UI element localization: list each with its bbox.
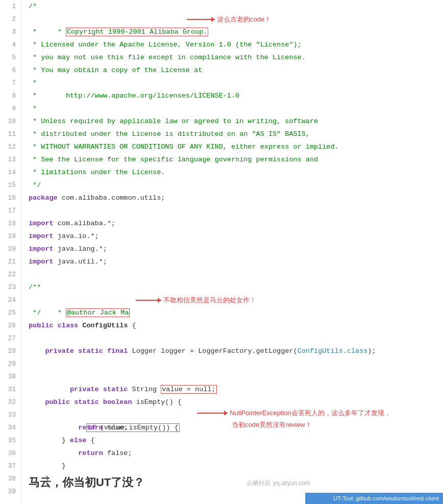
class-name: ConfigUtils xyxy=(82,322,128,329)
keyword-import1: import xyxy=(29,220,54,227)
code-line-29 xyxy=(29,357,443,370)
code-line-4: * Licensed under the Apache License, Ver… xyxy=(29,38,443,51)
keyword-import4: import xyxy=(29,258,54,266)
code-line-23: /** xyxy=(29,281,443,294)
keyword-public: public xyxy=(29,322,54,329)
code-line-34: return true; xyxy=(29,421,443,434)
code-line-21: import java.util.*; xyxy=(29,255,443,268)
code-line-18: import com.alibaba.*; xyxy=(29,217,443,230)
import4: java.util.*; xyxy=(54,258,107,266)
keyword-class: class xyxy=(58,322,79,329)
arrow-line24 xyxy=(136,300,161,301)
package-name: com.alibaba.common.utils; xyxy=(58,194,165,202)
annotation-text-line24: 不敢相信竟然是马云的处女作！ xyxy=(163,294,256,306)
code-line-15: */ xyxy=(29,179,443,191)
import3: java.lang.*; xyxy=(54,245,107,253)
code-line-36: return false; xyxy=(29,447,443,460)
code-line-9: * xyxy=(29,102,443,115)
keyword-import2: import xyxy=(29,232,54,240)
code-line-26: public class ConfigUtils { xyxy=(29,319,443,332)
arrow-line2 xyxy=(187,19,215,20)
bottom-left-text: 马云，你当初UT了没？ xyxy=(29,476,144,489)
import2: java.io.*; xyxy=(54,232,99,240)
code-line-37: } xyxy=(29,460,443,472)
code-line-20: import java.lang.*; xyxy=(29,243,443,255)
code-line-27 xyxy=(29,332,443,345)
code-line-11: * distributed under the License is distr… xyxy=(29,128,443,140)
code-line-19: import java.io.*; xyxy=(29,230,443,243)
code-line-31 xyxy=(29,383,443,396)
code-line-6: * You may obtain a copy of the License a… xyxy=(29,64,443,77)
code-line-16: package com.alibaba.common.utils; xyxy=(29,191,443,204)
annotation-text-line2: 这么古老的code！ xyxy=(217,13,271,26)
code-line-1: /* xyxy=(29,0,443,13)
code-line-10: * Unless required by applicable law or a… xyxy=(29,115,443,128)
code-viewer: 1 2 3 4 5 6 7 8 9 10 11 12 13 14 15 16 1… xyxy=(0,0,443,504)
bottom-bar: UT-Tool: github.com/wisdomtool/rest-clie… xyxy=(305,493,443,504)
code-line-12: * WITHOUT WARRANTIES OR CONDITIONS OF AN… xyxy=(29,140,443,153)
arrowhead-line2 xyxy=(211,17,215,22)
code-line-3: * xyxy=(29,26,443,38)
code-line-14: * limitations under the License. xyxy=(29,166,443,179)
code-line-28: private static final Logger logger = Log… xyxy=(29,345,443,357)
annotation-text-line33-1: NullPointerException会害死人的，这么多年了才发现， xyxy=(230,406,391,419)
code-line-35: } else { xyxy=(29,434,443,447)
bottom-bar-text: UT-Tool: github.com/wisdomtool/rest-clie… xyxy=(333,492,439,505)
line-numbers: 1 2 3 4 5 6 7 8 9 10 11 12 13 14 15 16 1… xyxy=(0,0,21,504)
bottom-left-label: 马云，你当初UT了没？ xyxy=(29,476,144,491)
import1: com.alibaba.*; xyxy=(54,220,116,227)
keyword-import3: import xyxy=(29,245,54,253)
code-line-22 xyxy=(29,268,443,281)
arrowhead-line24 xyxy=(158,298,161,303)
code-line-24: * @author Jack Ma 不敢相信竟然是马云的处女作！ xyxy=(29,294,443,306)
annotation-line2: 这么古老的code！ xyxy=(187,13,271,26)
code-line-30: private static String value = null; xyxy=(29,370,443,383)
keyword-package: package xyxy=(29,194,58,202)
code-area: /* * Copyright 1999-2001 Alibaba Group. … xyxy=(21,0,443,504)
code-line-5: * you may not use this file except in co… xyxy=(29,51,443,64)
code-line-25: */ xyxy=(29,306,443,319)
code-line-33: if (value.isEmpty()) { NullPointerExcept… xyxy=(29,409,443,421)
code-line-7: * xyxy=(29,77,443,89)
arrow-line33 xyxy=(197,413,228,414)
annotation-line33-row1: NullPointerException会害死人的，这么多年了才发现， xyxy=(197,406,391,419)
code-line-17 xyxy=(29,204,443,217)
annotation-line24: 不敢相信竟然是马云的处女作！ xyxy=(136,294,256,306)
watermark: 云栖社区 yq.aliyun.com xyxy=(247,477,310,490)
code-line-8: * http://www.apache.org/licenses/LICENSE… xyxy=(29,89,443,102)
code-line-13: * See the License for the specific langu… xyxy=(29,153,443,166)
code-line-2: * Copyright 1999-2001 Alibaba Group. 这么古… xyxy=(29,13,443,26)
